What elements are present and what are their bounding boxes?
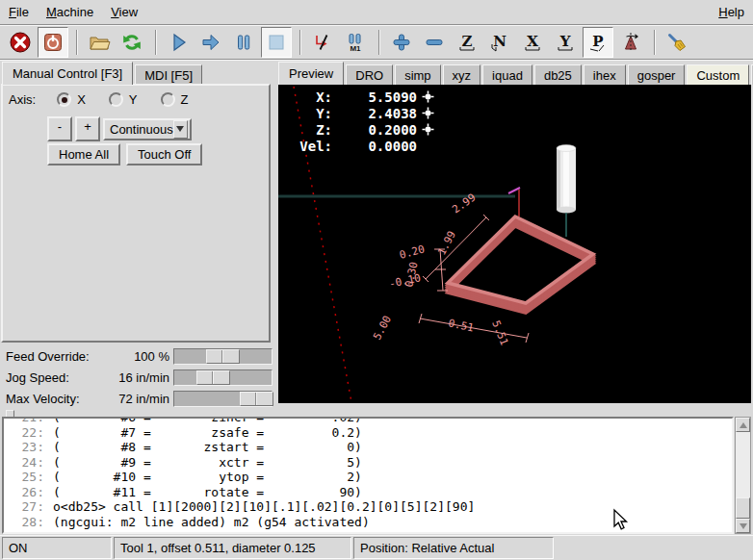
- right-tab[interactable]: simp: [395, 64, 440, 85]
- machine-power-button[interactable]: [38, 27, 68, 58]
- view-x-button[interactable]: X: [517, 27, 548, 58]
- scroll-up-icon[interactable]: [736, 418, 750, 432]
- open-file-icon: [88, 31, 111, 54]
- pause-button[interactable]: [228, 27, 259, 58]
- view-perspective-button[interactable]: P: [583, 27, 613, 58]
- coord-row: Vel: 0.0000: [290, 138, 434, 154]
- menu-item-help[interactable]: Help: [710, 1, 753, 23]
- estop-icon: [9, 31, 32, 54]
- coord-row: Y: 2.4038: [290, 105, 434, 121]
- slider-value: 16 in/min: [85, 370, 169, 385]
- zoom-in-button[interactable]: [386, 27, 417, 58]
- pause-icon: [232, 31, 255, 54]
- position-readout: X: 5.5090 Y: 2.4038 Z: 0.2000: [290, 89, 434, 154]
- slider-handle[interactable]: [196, 370, 230, 385]
- right-tab[interactable]: ihex: [584, 64, 626, 85]
- reload-icon: [120, 31, 143, 54]
- axis-radio-label: Z: [181, 92, 189, 107]
- axis-radio[interactable]: Z: [161, 92, 189, 107]
- coord-label: Z:: [290, 122, 332, 138]
- right-tab[interactable]: xyz: [443, 64, 481, 85]
- radio-indicator-icon: [161, 92, 175, 107]
- gcode-line[interactable]: 21: ( #6 = zincr = .02): [4, 417, 732, 425]
- right-tab[interactable]: Preview: [278, 62, 344, 85]
- slider-handle[interactable]: [240, 392, 273, 406]
- right-tab[interactable]: iquad: [482, 64, 532, 85]
- homed-icon: [422, 107, 434, 119]
- status-cell: Position: Relative Actual: [353, 537, 554, 559]
- stop-icon: [265, 31, 288, 54]
- axis-window: FileMachineView Help: [0, 0, 753, 560]
- jog-mode-value: Continuous: [105, 122, 173, 137]
- axis-radio[interactable]: X: [57, 92, 86, 107]
- view-perspective-icon: P: [586, 31, 610, 54]
- reload-file-button[interactable]: [117, 27, 147, 58]
- zoom-out-icon: [423, 31, 446, 54]
- status-cell: Tool 1, offset 0.511, diameter 0.125: [114, 537, 351, 559]
- estop-button[interactable]: [5, 27, 36, 58]
- slider-row: Max Velocity: 72 in/min: [0, 390, 276, 409]
- toolbar: M1 Z N: [0, 26, 753, 60]
- jog-plus-button[interactable]: +: [75, 116, 100, 141]
- scrollbar-thumb[interactable]: [736, 497, 750, 519]
- scroll-down-icon[interactable]: [736, 519, 750, 533]
- preview-canvas[interactable]: 2.99 1.99 0.20 0.30 -0.10 5.00 0.51 5.51: [278, 85, 751, 403]
- axis-radio[interactable]: Y: [109, 92, 138, 107]
- gcode-scrollbar[interactable]: [735, 417, 751, 534]
- menu-item[interactable]: Machine: [38, 1, 102, 23]
- homed-icon: [422, 90, 434, 103]
- statusbar: ONTool 1, offset 0.511, diameter 0.125Po…: [0, 535, 753, 560]
- gcode-line[interactable]: 22: ( #7 = zsafe = 0.2): [4, 425, 732, 441]
- view-x-icon: X: [521, 31, 544, 54]
- skip-lines-button[interactable]: [307, 27, 338, 58]
- left-tab[interactable]: MDI [F5]: [135, 64, 202, 85]
- slider-trough[interactable]: [173, 369, 273, 386]
- coord-value: 5.5090: [332, 89, 417, 105]
- slider-trough[interactable]: [173, 391, 273, 407]
- gcode-line-number: 27:: [4, 499, 44, 515]
- menu-item[interactable]: File: [0, 1, 38, 23]
- stop-button[interactable]: [261, 27, 292, 58]
- slider-handle[interactable]: [206, 349, 240, 364]
- gcode-line[interactable]: 24: ( #9 = xctr = 5): [4, 455, 732, 471]
- gcode-line[interactable]: 23: ( #8 = zstart = 0): [4, 440, 732, 455]
- right-tabs: PreviewDROsimpxyziquaddb25ihexgosperCust…: [278, 61, 753, 85]
- svg-text:X: X: [527, 33, 538, 50]
- gcode-line-number: 21:: [4, 417, 44, 425]
- run-step-button[interactable]: [195, 27, 226, 58]
- jog-mode-select[interactable]: Continuous: [103, 118, 192, 140]
- jog-minus-button[interactable]: -: [47, 116, 72, 141]
- zoom-out-button[interactable]: [419, 27, 450, 58]
- slider-label: Max Velocity:: [6, 392, 80, 406]
- home-all-button[interactable]: Home All: [47, 143, 120, 165]
- rotate-view-button[interactable]: [615, 27, 646, 58]
- view-z-button[interactable]: Z: [452, 27, 482, 58]
- clear-plot-broom-icon: [665, 31, 688, 54]
- right-tab[interactable]: db25: [534, 64, 582, 85]
- menu-item[interactable]: View: [102, 1, 146, 23]
- view-y-icon: Y: [554, 31, 577, 54]
- left-tab[interactable]: Manual Control [F3]: [2, 62, 133, 85]
- right-tab[interactable]: gosper: [628, 64, 686, 85]
- gcode-line-text: ( #6 = zincr = .02): [53, 417, 362, 425]
- touch-off-button[interactable]: Touch Off: [126, 143, 202, 165]
- clear-plot-button[interactable]: [662, 27, 692, 58]
- run-button[interactable]: [163, 27, 194, 58]
- homed-icon: [422, 123, 434, 136]
- gcode-line[interactable]: 25: ( #10 = ytop = 2): [4, 470, 732, 485]
- view-z-icon: Z: [455, 31, 479, 54]
- gcode-line-number: 23:: [4, 440, 44, 455]
- svg-text:Z: Z: [462, 33, 473, 50]
- right-tab[interactable]: DRO: [346, 64, 393, 85]
- gcode-line[interactable]: 26: ( #11 = rotate = 90): [4, 485, 732, 500]
- rapid-move-mark: [508, 188, 520, 193]
- view-z-rotated-button[interactable]: N: [484, 27, 515, 58]
- slider-value: 72 in/min: [85, 392, 169, 406]
- open-file-button[interactable]: [84, 27, 115, 58]
- view-y-button[interactable]: Y: [550, 27, 581, 58]
- right-tab[interactable]: Custom: [687, 64, 749, 85]
- gcode-line-number: 22:: [4, 425, 44, 441]
- slider-trough[interactable]: [173, 348, 273, 365]
- optional-pause-m1-button[interactable]: M1: [340, 27, 371, 58]
- axis-radio-label: Y: [129, 92, 138, 107]
